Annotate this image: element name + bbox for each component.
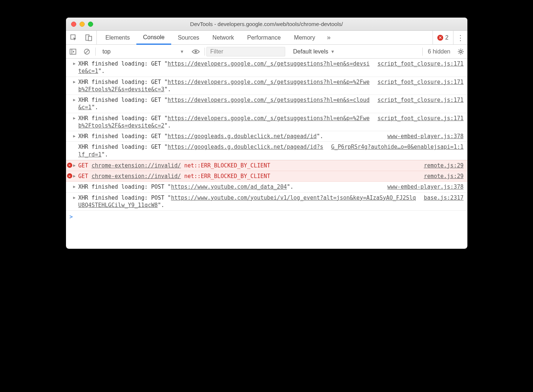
svg-point-7 bbox=[195, 51, 197, 53]
log-url-link[interactable]: https://googleads.g.doubleclick.net/page… bbox=[78, 144, 323, 158]
disclosure-icon[interactable]: ▶ bbox=[73, 61, 76, 66]
tab-performance[interactable]: Performance bbox=[240, 31, 287, 44]
panel-tabs: ElementsConsoleSourcesNetworkPerformance… bbox=[66, 31, 467, 45]
console-log-row[interactable]: ▶XHR finished loading: POST "https://www… bbox=[66, 193, 467, 211]
console-log-row[interactable]: ▶XHR finished loading: GET "https://goog… bbox=[66, 131, 467, 142]
console-log-row[interactable]: ▶XHR finished loading: GET "https://deve… bbox=[66, 77, 467, 95]
inspect-icon[interactable] bbox=[66, 31, 81, 44]
log-url-link[interactable]: https://www.youtube.com/youtubei/v1/log_… bbox=[78, 195, 416, 208]
error-badge-icon: ✕ bbox=[437, 35, 443, 41]
close-icon[interactable] bbox=[71, 22, 76, 27]
more-tabs-icon[interactable]: » bbox=[322, 31, 336, 44]
log-message: XHR finished loading: GET "https://googl… bbox=[78, 143, 326, 158]
tab-console[interactable]: Console bbox=[136, 31, 171, 45]
log-url-link[interactable]: https://developers.google.com/_s/getsugg… bbox=[78, 60, 370, 74]
log-source-link[interactable]: G_P6rpRSr4g?autohide…o=0&enablejsapi=1:1 bbox=[331, 143, 463, 150]
log-url-link[interactable]: https://developers.google.com/_s/getsugg… bbox=[78, 97, 370, 111]
console-log-row[interactable]: ▶XHR finished loading: GET "https://deve… bbox=[66, 95, 467, 113]
filter-placeholder: Filter bbox=[210, 48, 224, 55]
tab-sources[interactable]: Sources bbox=[171, 31, 206, 44]
log-url-link[interactable]: chrome-extension://invalid/ bbox=[92, 173, 181, 180]
console-error-row[interactable]: ✕▶GET chrome-extension://invalid/ net::E… bbox=[66, 171, 467, 182]
log-source-link[interactable]: remote.js:29 bbox=[424, 162, 463, 169]
log-levels-select[interactable]: Default levels ▼ bbox=[290, 48, 338, 55]
log-source-link[interactable]: script_foot_closure.js:171 bbox=[378, 60, 464, 67]
log-source-link[interactable]: script_foot_closure.js:171 bbox=[378, 115, 464, 122]
svg-point-8 bbox=[460, 51, 462, 53]
gear-icon[interactable] bbox=[454, 48, 467, 55]
log-message: XHR finished loading: POST "https://www.… bbox=[78, 183, 382, 191]
error-icon: ✕ bbox=[67, 163, 72, 168]
traffic-lights bbox=[66, 22, 93, 27]
chevron-down-icon: ▼ bbox=[180, 49, 184, 54]
chevron-down-icon: ▼ bbox=[331, 49, 335, 54]
context-value: top bbox=[103, 48, 111, 55]
console-log-row[interactable]: ▶XHR finished loading: POST "https://www… bbox=[66, 182, 467, 192]
tab-elements[interactable]: Elements bbox=[99, 31, 137, 44]
log-message: XHR finished loading: POST "https://www.… bbox=[78, 194, 419, 209]
error-counter[interactable]: ✕ 2 bbox=[433, 31, 453, 44]
console-log-row[interactable]: XHR finished loading: GET "https://googl… bbox=[66, 142, 467, 160]
svg-line-14 bbox=[462, 53, 463, 54]
log-message: XHR finished loading: GET "https://devel… bbox=[78, 60, 372, 75]
disclosure-icon[interactable]: ▶ bbox=[73, 97, 76, 102]
log-url-link[interactable]: chrome-extension://invalid/ bbox=[92, 162, 181, 169]
svg-line-13 bbox=[459, 49, 459, 50]
log-message: GET chrome-extension://invalid/ net::ERR… bbox=[78, 173, 419, 180]
error-icon: ✕ bbox=[67, 173, 72, 178]
disclosure-icon[interactable]: ▶ bbox=[73, 116, 76, 121]
disclosure-icon[interactable]: ▶ bbox=[73, 174, 76, 178]
device-icon[interactable] bbox=[81, 31, 97, 44]
console-log-row[interactable]: ▶XHR finished loading: GET "https://deve… bbox=[66, 59, 467, 77]
hidden-count[interactable]: 6 hidden bbox=[424, 48, 454, 55]
log-message: XHR finished loading: GET "https://devel… bbox=[78, 96, 372, 111]
log-source-link[interactable]: script_foot_closure.js:171 bbox=[378, 96, 464, 103]
log-url-link[interactable]: https://developers.google.com/_s/getsugg… bbox=[78, 79, 370, 93]
prompt-chevron-icon: > bbox=[70, 214, 73, 220]
svg-rect-2 bbox=[88, 36, 92, 41]
log-url-link[interactable]: https://developers.google.com/_s/getsugg… bbox=[78, 115, 370, 129]
svg-line-15 bbox=[459, 53, 459, 54]
clear-console-icon[interactable] bbox=[80, 48, 94, 55]
zoom-icon[interactable] bbox=[88, 22, 93, 27]
disclosure-icon[interactable]: ▶ bbox=[73, 79, 76, 84]
context-select[interactable]: top ▼ bbox=[99, 47, 188, 56]
sidebar-toggle-icon[interactable] bbox=[66, 49, 80, 55]
console-log-row[interactable]: ▶XHR finished loading: GET "https://deve… bbox=[66, 113, 467, 132]
log-url-link[interactable]: https://googleads.g.doubleclick.net/page… bbox=[168, 133, 316, 140]
log-message: XHR finished loading: GET "https://devel… bbox=[78, 78, 372, 93]
minimize-icon[interactable] bbox=[80, 22, 85, 27]
levels-label: Default levels bbox=[293, 48, 328, 55]
log-source-link[interactable]: script_foot_closure.js:171 bbox=[378, 78, 464, 85]
titlebar[interactable]: DevTools - developers.google.com/web/too… bbox=[66, 18, 467, 31]
live-expression-icon[interactable] bbox=[188, 49, 203, 54]
tab-memory[interactable]: Memory bbox=[287, 31, 322, 44]
tab-network[interactable]: Network bbox=[206, 31, 241, 44]
console-toolbar: top ▼ Filter Default levels ▼ 6 hidden bbox=[66, 45, 467, 59]
svg-line-16 bbox=[462, 49, 463, 50]
log-message: GET chrome-extension://invalid/ net::ERR… bbox=[78, 162, 419, 169]
svg-line-6 bbox=[85, 50, 89, 53]
disclosure-icon[interactable]: ▶ bbox=[73, 184, 76, 189]
devtools-window: DevTools - developers.google.com/web/too… bbox=[66, 18, 467, 249]
error-count: 2 bbox=[445, 34, 449, 41]
kebab-menu-icon[interactable]: ⋮ bbox=[453, 31, 467, 44]
log-message: XHR finished loading: GET "https://devel… bbox=[78, 115, 372, 130]
disclosure-icon[interactable]: ▶ bbox=[73, 195, 76, 200]
log-source-link[interactable]: www-embed-player.js:378 bbox=[387, 183, 464, 190]
disclosure-icon[interactable]: ▶ bbox=[73, 134, 76, 138]
log-source-link[interactable]: www-embed-player.js:378 bbox=[387, 133, 464, 140]
log-source-link[interactable]: remote.js:29 bbox=[424, 173, 463, 180]
filter-input[interactable]: Filter bbox=[206, 47, 285, 56]
console-error-row[interactable]: ✕▶GET chrome-extension://invalid/ net::E… bbox=[66, 160, 467, 171]
console-log[interactable]: ▶XHR finished loading: GET "https://deve… bbox=[66, 59, 467, 211]
log-url-link[interactable]: https://www.youtube.com/ad_data_204 bbox=[171, 184, 287, 190]
log-source-link[interactable]: base.js:2317 bbox=[424, 194, 463, 201]
window-title: DevTools - developers.google.com/web/too… bbox=[66, 21, 467, 27]
disclosure-icon[interactable]: ▶ bbox=[73, 163, 76, 168]
console-prompt[interactable]: > bbox=[66, 211, 467, 223]
log-message: XHR finished loading: GET "https://googl… bbox=[78, 133, 382, 140]
